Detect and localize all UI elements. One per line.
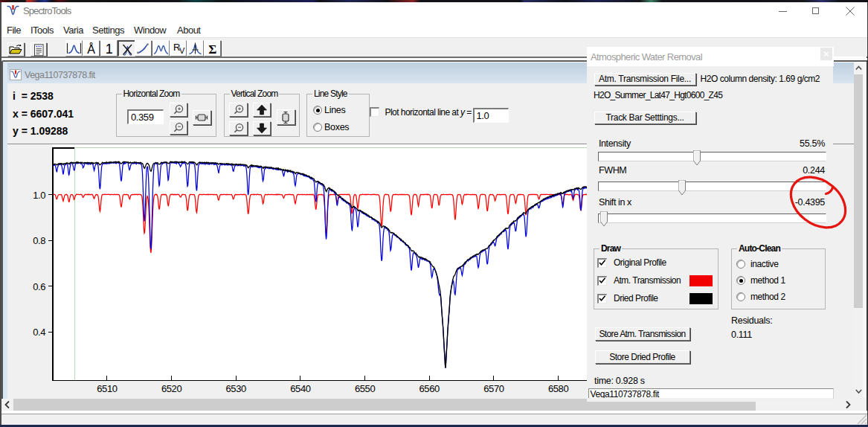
svg-text:V: V	[179, 46, 185, 55]
svg-text:Σ: Σ	[209, 42, 217, 57]
svg-text:1: 1	[105, 42, 112, 56]
svg-text:Å: Å	[88, 42, 96, 56]
